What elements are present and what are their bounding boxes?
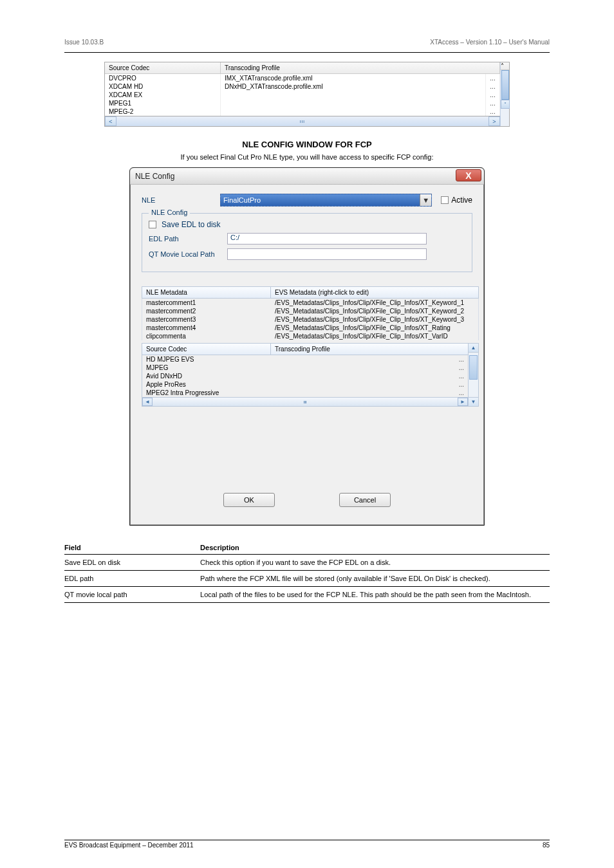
scroll-up-icon[interactable]: ˄	[501, 62, 509, 70]
nle-config-dialog: NLE Config X NLE FinalCutPro ▼ Active NL…	[129, 167, 485, 526]
chevron-down-icon[interactable]: ▼	[420, 194, 431, 206]
table-row[interactable]: mastercomment2 /EVS_Metadatas/Clips_Info…	[142, 307, 479, 315]
cell-codec: HD MJPEG EVS	[142, 355, 271, 364]
scroll-right-icon[interactable]: >	[488, 116, 500, 126]
col-transcoding-profile[interactable]: Transcoding Profile	[271, 344, 468, 355]
browse-button[interactable]: ...	[486, 74, 500, 82]
browse-button[interactable]: ...	[271, 380, 468, 389]
cell-desc: Check this option if you want to save th…	[200, 559, 550, 566]
table-row: EDL path Path where the FCP XML file wil…	[64, 571, 550, 587]
nle-select-value: FinalCutPro	[223, 196, 261, 204]
scroll-thumb[interactable]	[469, 355, 478, 380]
cell-field: EDL path	[64, 575, 200, 582]
cell-codec: MPEG-2	[105, 107, 221, 116]
table-row: Save EDL on disk Check this option if yo…	[64, 555, 550, 571]
doc-header-left: Issue 10.03.B	[64, 39, 104, 46]
table-row[interactable]: HD MJPEG EVS ...	[142, 355, 468, 364]
h-scrollbar[interactable]: ◄ III ►	[142, 397, 468, 406]
cell-nle: clipcommenta	[142, 332, 271, 340]
field-description-table: Field Description Save EDL on disk Check…	[64, 544, 550, 603]
edl-path-label: EDL Path	[149, 235, 227, 243]
table-row[interactable]: clipcommenta /EVS_Metadatas/Clips_Infos/…	[142, 332, 479, 340]
browse-button[interactable]: ...	[486, 99, 500, 107]
cell-codec: MPEG2 Intra Progressive	[142, 389, 271, 397]
cancel-button[interactable]: Cancel	[339, 493, 391, 507]
table-row[interactable]: DVCPRO IMX_XTATranscode.profile.xml ...	[105, 74, 500, 82]
browse-button[interactable]: ...	[486, 91, 500, 99]
footer-right: 85	[543, 842, 550, 849]
table-row: QT movie local path Local path of the fi…	[64, 587, 550, 603]
col-nle-metadata[interactable]: NLE Metadata	[142, 287, 271, 298]
cell-desc: Path where the FCP XML file will be stor…	[200, 575, 550, 582]
table-row[interactable]: MJPEG ...	[142, 364, 468, 372]
scroll-up-icon[interactable]: ▲	[469, 344, 478, 353]
col-source-codec[interactable]: Source Codec	[142, 344, 271, 355]
table-row[interactable]: MPEG1 ...	[105, 99, 500, 107]
qt-path-input[interactable]	[227, 248, 427, 260]
cell-field: QT movie local path	[64, 591, 200, 598]
cell-profile	[221, 91, 486, 99]
cell-codec: XDCAM EX	[105, 91, 221, 99]
section-title: NLE CONFIG WINDOW FOR FCP	[64, 140, 550, 149]
cell-codec: MJPEG	[142, 364, 271, 372]
scroll-track[interactable]: III	[116, 116, 488, 126]
codec-table: Source Codec Transcoding Profile HD MJPE…	[142, 343, 479, 407]
col-evs-metadata[interactable]: EVS Metadata (right-click to edit)	[271, 287, 478, 298]
v-scrollbar[interactable]: ˄ ˅	[500, 62, 509, 126]
section-paragraph: If you select Final Cut Pro NLE type, yo…	[64, 153, 550, 161]
scroll-right-icon[interactable]: ►	[458, 398, 468, 406]
browse-button[interactable]: ...	[271, 389, 468, 397]
cell-profile: DNxHD_XTATranscode.profile.xml	[221, 82, 486, 91]
cell-codec: DVCPRO	[105, 74, 221, 82]
table-row[interactable]: XDCAM EX ...	[105, 91, 500, 99]
scroll-left-icon[interactable]: <	[105, 116, 116, 126]
doc-header-rule	[64, 52, 550, 53]
active-checkbox[interactable]	[441, 196, 449, 204]
ok-button[interactable]: OK	[223, 493, 275, 507]
cell-codec: XDCAM HD	[105, 82, 221, 91]
table1-rows: DVCPRO IMX_XTATranscode.profile.xml ... …	[105, 74, 500, 116]
col-description: Description	[200, 544, 550, 551]
cell-nle: mastercomment2	[142, 307, 271, 315]
doc-footer: EVS Broadcast Equipment – December 2011 …	[64, 840, 550, 849]
nle-select[interactable]: FinalCutPro ▼	[220, 194, 432, 207]
scroll-track[interactable]	[469, 353, 478, 397]
cell-evs: /EVS_Metadatas/Clips_Infos/Clip/XFile_Cl…	[271, 299, 478, 307]
edl-path-input[interactable]: C:/	[227, 233, 427, 245]
table-row[interactable]: MPEG-2 ...	[105, 107, 500, 116]
cell-nle: mastercomment3	[142, 315, 271, 324]
titlebar[interactable]: NLE Config X	[130, 168, 484, 185]
col-transcoding-profile[interactable]: Transcoding Profile	[221, 62, 500, 73]
table-row[interactable]: mastercomment1 /EVS_Metadatas/Clips_Info…	[142, 299, 479, 307]
browse-button[interactable]: ...	[271, 364, 468, 372]
h-scrollbar[interactable]: < III >	[105, 116, 500, 126]
scroll-left-icon[interactable]: ◄	[142, 398, 153, 406]
doc-header-right: XTAccess – Version 1.10 – User's Manual	[430, 39, 550, 46]
col-source-codec[interactable]: Source Codec	[105, 62, 221, 73]
active-label: Active	[451, 196, 472, 205]
cell-nle: mastercomment1	[142, 299, 271, 307]
table-row[interactable]: Avid DNxHD ...	[142, 372, 468, 380]
table-row[interactable]: MPEG2 Intra Progressive ...	[142, 389, 468, 397]
browse-button[interactable]: ...	[486, 82, 500, 91]
scroll-down-icon[interactable]: ˅	[501, 100, 510, 109]
table-row[interactable]: XDCAM HD DNxHD_XTATranscode.profile.xml …	[105, 82, 500, 91]
save-edl-checkbox[interactable]	[149, 221, 156, 228]
scroll-down-icon[interactable]: ▼	[469, 397, 478, 406]
cell-profile: IMX_XTATranscode.profile.xml	[221, 74, 486, 82]
scroll-thumb[interactable]	[501, 70, 509, 100]
table-row[interactable]: mastercomment4 /EVS_Metadatas/Clips_Info…	[142, 324, 479, 332]
nle-config-fieldset: NLE Config Save EDL to disk EDL Path C:/…	[142, 213, 472, 272]
scroll-track[interactable]: III	[153, 398, 458, 406]
v-scrollbar[interactable]: ▲ ▼	[469, 343, 479, 407]
close-button[interactable]: X	[456, 169, 481, 181]
table-row[interactable]: mastercomment3 /EVS_Metadatas/Clips_Info…	[142, 315, 479, 324]
close-icon: X	[465, 171, 471, 181]
table-row[interactable]: Apple ProRes ...	[142, 380, 468, 389]
browse-button[interactable]: ...	[486, 107, 500, 116]
cell-codec: Apple ProRes	[142, 380, 271, 389]
browse-button[interactable]: ...	[271, 372, 468, 380]
qt-path-label: QT Movie Local Path	[149, 250, 227, 258]
browse-button[interactable]: ...	[271, 355, 468, 364]
nle-label: NLE	[142, 196, 220, 204]
